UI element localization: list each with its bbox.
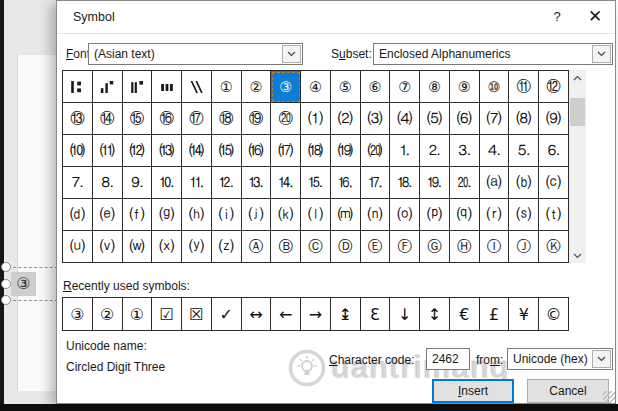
symbol-cell[interactable]: ⒎: [63, 167, 93, 199]
recent-symbol-cell[interactable]: ☑: [152, 298, 182, 331]
document-selected-symbol[interactable]: ③: [11, 272, 36, 296]
dialog-titlebar[interactable]: Symbol ? ✕: [57, 1, 615, 34]
symbol-cell[interactable]: ⒧: [301, 199, 331, 231]
symbol-cell[interactable]: ⑸: [420, 103, 450, 135]
recent-symbol-cell[interactable]: ①: [123, 298, 153, 331]
symbol-cell[interactable]: ⑫: [539, 71, 569, 103]
symbol-cell[interactable]: ⒁: [182, 135, 212, 167]
symbol-cell[interactable]: ⒍: [539, 135, 569, 167]
symbol-cell[interactable]: ④: [301, 71, 331, 103]
symbol-cell[interactable]: ⑱: [212, 103, 242, 135]
symbol-cell[interactable]: ⒖: [301, 167, 331, 199]
symbol-cell[interactable]: ①: [212, 71, 242, 103]
selection-handle[interactable]: [1, 279, 11, 289]
scrollbar-down-icon[interactable]: [569, 248, 586, 263]
symbol-cell[interactable]: Ⓔ: [361, 231, 391, 263]
symbol-cell[interactable]: ⒚: [420, 167, 450, 199]
symbol-cell[interactable]: ⒘: [361, 167, 391, 199]
symbol-cell[interactable]: ⑼: [539, 103, 569, 135]
symbol-cell[interactable]: ③: [271, 71, 301, 103]
symbol-cell[interactable]: ⒴: [182, 231, 212, 263]
scrollbar-up-icon[interactable]: [569, 70, 586, 85]
symbol-cell[interactable]: ②: [242, 71, 272, 103]
symbol-cell[interactable]: ⒆: [331, 135, 361, 167]
recent-symbol-cell[interactable]: ③: [63, 298, 93, 331]
symbol-cell[interactable]: ⒃: [242, 135, 272, 167]
symbol-cell[interactable]: ⒩: [361, 199, 391, 231]
recent-symbol-cell[interactable]: →: [301, 298, 331, 331]
symbol-cell[interactable]: ⑳: [271, 103, 301, 135]
resize-grip[interactable]: [603, 391, 615, 403]
symbol-cell[interactable]: ⒇: [361, 135, 391, 167]
symbol-cell[interactable]: ⒉: [420, 135, 450, 167]
symbol-cell[interactable]: ⑹: [450, 103, 480, 135]
symbol-cell[interactable]: ⒔: [242, 167, 272, 199]
symbol-cell[interactable]: [152, 71, 182, 103]
symbol-cell[interactable]: ⒑: [152, 167, 182, 199]
symbol-cell[interactable]: ⒕: [271, 167, 301, 199]
symbol-cell[interactable]: ⑤: [331, 71, 361, 103]
help-icon[interactable]: ?: [547, 9, 567, 24]
symbol-cell[interactable]: ⒰: [63, 231, 93, 263]
symbol-cell[interactable]: ⒜: [480, 167, 510, 199]
symbol-cell[interactable]: ⒠: [93, 199, 123, 231]
recent-symbol-cell[interactable]: ②: [93, 298, 123, 331]
symbol-cell[interactable]: ⒛: [450, 167, 480, 199]
symbol-cell[interactable]: Ⓒ: [301, 231, 331, 263]
symbol-cell[interactable]: ⑶: [361, 103, 391, 135]
symbol-cell[interactable]: ⒮: [509, 199, 539, 231]
recent-symbol-cell[interactable]: €: [450, 298, 480, 331]
symbol-cell[interactable]: ⑮: [123, 103, 153, 135]
symbol-cell[interactable]: ⑻: [509, 103, 539, 135]
symbol-cell[interactable]: ⒙: [390, 167, 420, 199]
symbol-cell[interactable]: ⒓: [212, 167, 242, 199]
symbol-cell[interactable]: ⑾: [93, 135, 123, 167]
symbol-cell[interactable]: Ⓕ: [390, 231, 420, 263]
symbol-cell[interactable]: ⒄: [271, 135, 301, 167]
symbol-cell[interactable]: ⒬: [450, 199, 480, 231]
symbol-cell[interactable]: [123, 71, 153, 103]
recent-symbol-cell[interactable]: ←: [271, 298, 301, 331]
close-icon[interactable]: ✕: [583, 6, 607, 27]
selection-handle[interactable]: [1, 262, 11, 272]
symbol-cell[interactable]: Ⓗ: [450, 231, 480, 263]
symbol-cell[interactable]: ⑷: [390, 103, 420, 135]
symbol-cell[interactable]: Ⓘ: [480, 231, 510, 263]
symbol-cell[interactable]: ⑲: [242, 103, 272, 135]
from-dropdown[interactable]: Unicode (hex): [507, 348, 613, 370]
symbol-cell[interactable]: ⒅: [301, 135, 331, 167]
symbol-cell[interactable]: ⑽: [63, 135, 93, 167]
symbol-cell[interactable]: ⑬: [63, 103, 93, 135]
subset-dropdown[interactable]: Enclosed Alphanumerics: [373, 43, 613, 65]
symbol-cell[interactable]: ⑿: [123, 135, 153, 167]
symbol-cell[interactable]: Ⓓ: [331, 231, 361, 263]
symbol-cell[interactable]: ⒯: [539, 199, 569, 231]
symbol-cell[interactable]: ⒱: [93, 231, 123, 263]
symbol-cell[interactable]: ⑥: [361, 71, 391, 103]
selection-handle[interactable]: [1, 295, 11, 305]
recent-symbol-cell[interactable]: ¥: [509, 298, 539, 331]
symbol-cell[interactable]: ⒵: [212, 231, 242, 263]
symbol-cell[interactable]: ⒋: [480, 135, 510, 167]
recent-symbol-cell[interactable]: ↔: [242, 298, 272, 331]
symbol-cell[interactable]: ⑺: [480, 103, 510, 135]
symbol-cell[interactable]: ⒥: [242, 199, 272, 231]
symbol-cell[interactable]: ⑰: [182, 103, 212, 135]
symbol-cell[interactable]: ⒗: [331, 167, 361, 199]
recent-symbol-cell[interactable]: ©: [539, 298, 569, 331]
recent-symbol-cell[interactable]: ☒: [182, 298, 212, 331]
symbol-cell[interactable]: ⒒: [182, 167, 212, 199]
recent-symbol-cell[interactable]: ↕: [420, 298, 450, 331]
symbol-cell[interactable]: ⑯: [152, 103, 182, 135]
symbol-cell[interactable]: ⒣: [182, 199, 212, 231]
symbol-cell[interactable]: ⒳: [152, 231, 182, 263]
symbol-cell[interactable]: ⒨: [331, 199, 361, 231]
symbol-cell[interactable]: ⑦: [390, 71, 420, 103]
chevron-down-icon[interactable]: [282, 45, 301, 63]
symbol-cell[interactable]: ⒡: [123, 199, 153, 231]
symbol-cell[interactable]: Ⓐ: [242, 231, 272, 263]
symbol-cell[interactable]: ⒦: [271, 199, 301, 231]
symbol-cell[interactable]: [63, 71, 93, 103]
symbol-cell[interactable]: ⒤: [212, 199, 242, 231]
symbol-cell[interactable]: ⑩: [480, 71, 510, 103]
